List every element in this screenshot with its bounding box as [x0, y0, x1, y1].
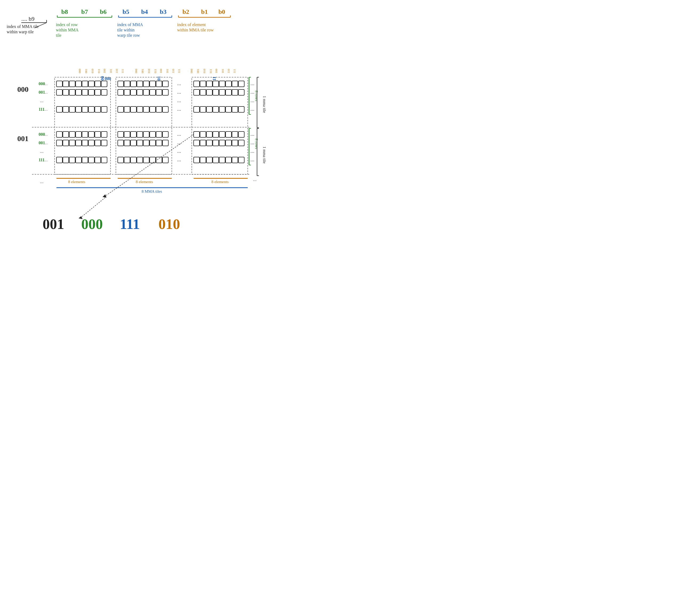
blue-bit-b3: b3 — [160, 8, 167, 15]
cell — [206, 140, 212, 146]
cell — [124, 140, 130, 146]
cell — [163, 157, 168, 163]
cell — [213, 157, 219, 163]
hdots-r7: ... — [177, 148, 181, 154]
cell — [95, 89, 101, 95]
label-row-index-3: tile — [56, 33, 61, 37]
cell — [206, 81, 212, 87]
label-element-index: index of element — [177, 22, 206, 27]
cell — [124, 107, 130, 112]
cell — [238, 81, 244, 87]
annotation-1-mma-tile-2: 1 mma tile — [262, 146, 266, 164]
cell — [69, 107, 75, 112]
label-mma-tile-warp-2: within warp tile — [7, 30, 33, 34]
annotation-8-mma-tiles: 8 MMA tiles — [142, 189, 162, 194]
cell — [194, 81, 199, 87]
cell — [88, 81, 94, 87]
annotation-8-elements-1: 8 elements — [68, 180, 85, 184]
cell — [232, 157, 238, 163]
cell — [56, 140, 62, 146]
cell — [101, 157, 107, 163]
cell — [226, 140, 231, 146]
label-mma-tile-row: index of MMA — [117, 22, 143, 27]
cell — [76, 131, 82, 137]
cell — [63, 157, 69, 163]
elem-label-111-1: 001 — [196, 69, 199, 74]
cell — [131, 131, 136, 137]
cell — [56, 131, 62, 137]
cell — [137, 107, 143, 112]
cell — [163, 81, 168, 87]
cell — [118, 140, 123, 146]
cell — [131, 81, 136, 87]
rdots-r7: ... — [250, 148, 254, 154]
cell — [124, 89, 130, 95]
cell — [118, 107, 123, 112]
cell — [226, 81, 231, 87]
cell — [232, 107, 238, 112]
elem-label-000-0: 000 — [78, 69, 81, 73]
elem-label-000-6: 110 — [115, 69, 118, 73]
mma-row-001-dots2: … — [44, 141, 48, 145]
cell — [194, 89, 199, 95]
elem-label-000-3: 011 — [97, 69, 101, 73]
cell — [124, 131, 130, 137]
cell — [219, 157, 225, 163]
cell — [76, 140, 82, 146]
cell — [156, 140, 162, 146]
cell — [56, 89, 62, 95]
cell — [82, 131, 88, 137]
annotation-8-elements-3: 8 elements — [211, 180, 229, 184]
cell — [150, 89, 155, 95]
cell — [143, 157, 149, 163]
cell — [82, 107, 88, 112]
rdots-r5: ... — [250, 131, 254, 137]
cell — [118, 89, 123, 95]
cell — [69, 140, 75, 146]
cell — [163, 131, 168, 137]
hdots-r1: ... — [177, 80, 181, 86]
hdots-r3: ... — [177, 97, 181, 103]
cell — [200, 131, 206, 137]
rdots-r3: ... — [250, 97, 254, 103]
cell — [156, 81, 162, 87]
cell — [63, 131, 69, 137]
label-element-index-2: within MMA tile row — [177, 28, 214, 32]
col-header-000: 000 — [105, 77, 111, 81]
elem-label-001-7: 111 — [177, 69, 180, 73]
example-green: 000 — [81, 216, 103, 232]
cell — [200, 89, 206, 95]
mma-row-001-dots1: … — [44, 132, 48, 137]
label-mma-tile-row-2: tile within — [117, 28, 135, 32]
cell — [88, 89, 94, 95]
cell — [95, 131, 101, 137]
cell — [143, 140, 149, 146]
green-bit-b6: b6 — [100, 8, 107, 15]
cell — [200, 140, 206, 146]
annotation-8-rows-2: 8 rows — [254, 139, 259, 149]
mma-row-000-dots4: … — [44, 107, 48, 112]
cell — [194, 107, 199, 112]
cell — [82, 140, 88, 146]
cell — [131, 157, 136, 163]
cell — [101, 81, 107, 87]
elem-label-111-7: 111 — [233, 69, 236, 73]
mma-row-001-vdots: ... — [40, 149, 44, 154]
warp-tile-label-000: 000 — [17, 85, 28, 93]
cell — [232, 89, 238, 95]
elem-label-001-4: 100 — [159, 69, 163, 73]
cell — [95, 157, 101, 163]
cell — [232, 131, 238, 137]
warp-vdots: ... — [40, 179, 44, 184]
elem-label-001-5: 101 — [166, 69, 169, 74]
cell — [101, 140, 107, 146]
cell — [213, 140, 219, 146]
cell — [137, 140, 143, 146]
elem-label-001-2: 010 — [147, 69, 150, 73]
cell — [82, 157, 88, 163]
rdots-r4: ... — [250, 106, 254, 112]
elem-label-001-6: 110 — [172, 69, 175, 73]
ellipsis-bits: .... b9 — [21, 16, 35, 22]
cell — [69, 81, 75, 87]
cell — [131, 89, 136, 95]
